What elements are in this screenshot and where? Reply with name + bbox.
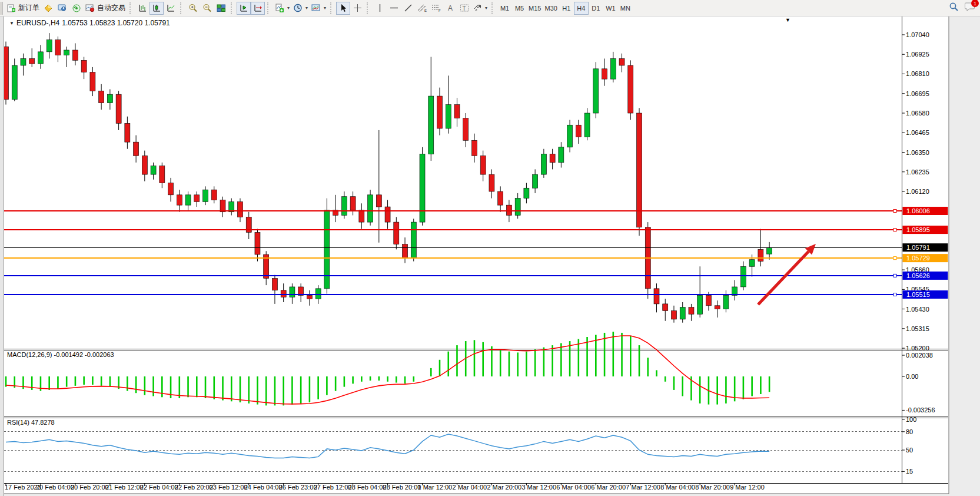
svg-text:1.06350: 1.06350 xyxy=(906,149,929,156)
text-icon: A xyxy=(446,4,454,12)
vertical-line-button[interactable] xyxy=(373,2,387,15)
svg-text:15: 15 xyxy=(906,468,913,475)
main-toolbar: 新订单 自动交易 ▾ ▾ xyxy=(0,0,980,16)
svg-text:7 Mar 12:00: 7 Mar 12:00 xyxy=(626,484,660,491)
crosshair-button[interactable] xyxy=(350,2,364,15)
zoom-out-button[interactable] xyxy=(200,2,214,15)
auto-scroll-icon xyxy=(254,4,263,12)
svg-text:1.06695: 1.06695 xyxy=(906,90,929,97)
periods-icon xyxy=(293,4,303,12)
svg-text:20 Feb 20:00: 20 Feb 20:00 xyxy=(71,484,109,491)
tab-m5[interactable]: M5 xyxy=(512,2,527,15)
tile-windows-button[interactable] xyxy=(214,2,228,15)
tab-h4[interactable]: H4 xyxy=(574,2,589,15)
collapse-arrow-icon[interactable]: ▼ xyxy=(9,21,14,26)
svg-text:1.05515: 1.05515 xyxy=(906,291,930,298)
svg-text:0.002038: 0.002038 xyxy=(906,352,933,359)
tab-w1[interactable]: W1 xyxy=(603,2,618,15)
candlestick-chart-icon xyxy=(152,4,161,12)
svg-text:RSI(14) 47.8278: RSI(14) 47.8278 xyxy=(7,419,55,426)
notification-badge: 1 xyxy=(971,0,979,7)
text-button[interactable]: A xyxy=(443,2,457,15)
channel-button[interactable]: E xyxy=(415,2,429,15)
svg-text:3 Mar 12:00: 3 Mar 12:00 xyxy=(521,484,556,491)
new-order-label: 新订单 xyxy=(18,3,39,13)
svg-text:23 Feb 12:00: 23 Feb 12:00 xyxy=(210,484,248,491)
svg-text:22 Feb 20:00: 22 Feb 20:00 xyxy=(175,484,213,491)
new-order-button[interactable]: 新订单 xyxy=(5,2,41,15)
svg-text:1 Mar 12:00: 1 Mar 12:00 xyxy=(418,484,453,491)
tab-m15[interactable]: M15 xyxy=(527,2,543,15)
tab-m1[interactable]: M1 xyxy=(497,2,512,15)
new-order-icon xyxy=(7,4,16,12)
chevron-down-icon: ▾ xyxy=(287,5,290,11)
toolbar-grip xyxy=(129,2,134,14)
chevron-down-icon: ▾ xyxy=(324,5,326,11)
navigator-icon xyxy=(58,4,67,12)
svg-text:2 Mar 04:00: 2 Mar 04:00 xyxy=(452,484,487,491)
bar-chart-button[interactable] xyxy=(135,2,150,15)
market-watch-button[interactable] xyxy=(41,2,55,15)
svg-text:9 Mar 12:00: 9 Mar 12:00 xyxy=(730,484,765,491)
templates-button[interactable]: ▾ xyxy=(310,2,328,15)
arrow-tools-button[interactable]: ▾ xyxy=(471,2,489,15)
candlestick-chart-button[interactable] xyxy=(150,2,164,15)
line-chart-button[interactable] xyxy=(164,2,178,15)
cursor-icon xyxy=(339,4,347,12)
scroll-marker-icon[interactable]: ▼ xyxy=(785,17,790,23)
horizontal-line-button[interactable] xyxy=(387,2,401,15)
svg-text:1.06235: 1.06235 xyxy=(906,168,929,176)
signal-button[interactable] xyxy=(69,2,84,15)
svg-text:1.07040: 1.07040 xyxy=(906,31,929,38)
signal-icon xyxy=(72,4,81,12)
chevron-down-icon: ▾ xyxy=(305,5,308,11)
navigator-button[interactable] xyxy=(55,2,69,15)
cursor-button[interactable] xyxy=(336,2,350,15)
fibonacci-button[interactable]: F xyxy=(429,2,443,15)
tab-mn[interactable]: MN xyxy=(618,2,633,15)
svg-text:1.06925: 1.06925 xyxy=(906,51,929,58)
auto-scroll-button[interactable] xyxy=(251,2,265,15)
trendline-button[interactable] xyxy=(401,2,415,15)
svg-text:80: 80 xyxy=(906,428,913,435)
toolbar-grip xyxy=(491,2,496,14)
autotrading-button[interactable]: 自动交易 xyxy=(84,2,127,15)
toolbar-grip xyxy=(231,2,235,14)
svg-text:-0.003256: -0.003256 xyxy=(906,406,935,414)
search-icon[interactable] xyxy=(949,2,959,14)
chart-shift-button[interactable] xyxy=(237,2,251,15)
indicators-icon xyxy=(275,4,284,12)
autotrading-label: 自动交易 xyxy=(97,3,125,13)
svg-text:1.05729: 1.05729 xyxy=(906,254,930,262)
zoom-out-icon xyxy=(202,4,212,12)
chat-icon[interactable]: 1 xyxy=(965,2,975,14)
text-label-icon: T xyxy=(460,4,469,12)
svg-text:100: 100 xyxy=(906,416,916,423)
text-label-button[interactable]: T xyxy=(457,2,471,15)
svg-text:28 Feb 04:00: 28 Feb 04:00 xyxy=(348,484,387,491)
zoom-in-button[interactable] xyxy=(186,2,200,15)
fibonacci-icon: F xyxy=(431,4,441,12)
svg-text:50: 50 xyxy=(906,447,913,454)
svg-text:8 Mar 20:00: 8 Mar 20:00 xyxy=(695,484,730,491)
tab-m30[interactable]: M30 xyxy=(543,2,559,15)
channel-icon: E xyxy=(417,4,427,12)
svg-text:A: A xyxy=(448,4,453,12)
svg-text:1.05315: 1.05315 xyxy=(906,325,929,332)
svg-text:1.06580: 1.06580 xyxy=(906,110,929,117)
svg-text:T: T xyxy=(463,5,466,12)
toolbar-grip xyxy=(330,2,334,14)
tab-d1[interactable]: D1 xyxy=(589,2,603,15)
price-chart[interactable]: MACD(12,26,9) -0.001492 -0.002063RSI(14)… xyxy=(0,16,980,496)
indicators-button[interactable]: ▾ xyxy=(273,2,291,15)
periods-button[interactable]: ▾ xyxy=(291,2,310,15)
svg-text:6 Mar 04:00: 6 Mar 04:00 xyxy=(556,484,591,491)
bar-chart-icon xyxy=(138,4,147,12)
horizontal-line-icon xyxy=(390,4,398,12)
svg-text:1.05430: 1.05430 xyxy=(906,306,929,313)
svg-text:F: F xyxy=(438,9,441,12)
svg-text:1.05626: 1.05626 xyxy=(906,272,930,279)
svg-text:6 Mar 20:00: 6 Mar 20:00 xyxy=(591,484,626,491)
market-watch-icon xyxy=(44,4,53,12)
tab-h1[interactable]: H1 xyxy=(559,2,574,15)
